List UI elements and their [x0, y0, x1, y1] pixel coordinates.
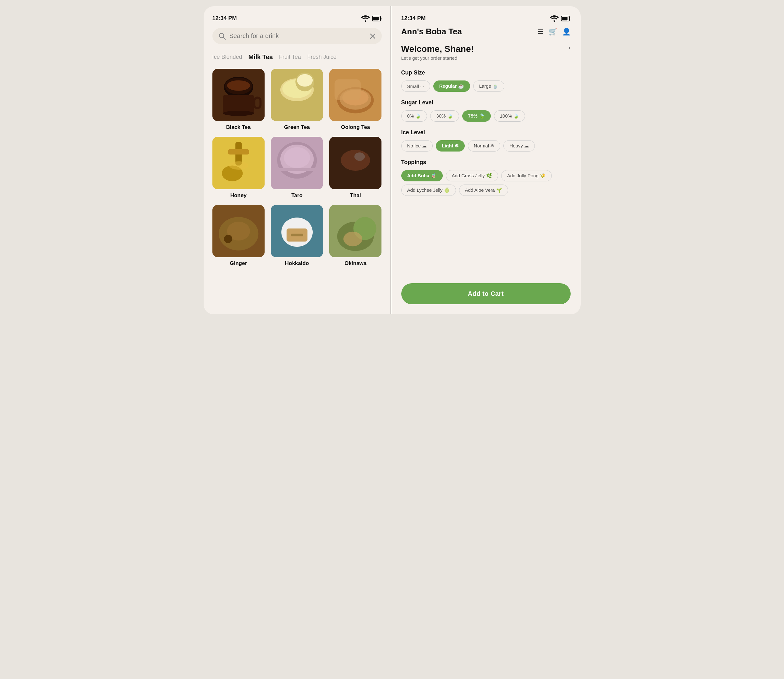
drink-image: [271, 137, 323, 189]
svg-point-53: [344, 232, 362, 246]
drink-name: Oolong Tea: [341, 124, 370, 130]
svg-point-18: [297, 74, 313, 87]
svg-rect-56: [562, 17, 567, 20]
sugar-level-options: 0% 🍃30% 🍃75% 🍃100% 🍃: [401, 110, 571, 122]
drink-name: Okinawa: [344, 260, 366, 267]
svg-rect-23: [335, 79, 361, 100]
close-icon[interactable]: [370, 33, 375, 39]
wifi-icon: [361, 16, 370, 22]
drink-image: [329, 69, 381, 121]
drink-image: [329, 205, 381, 257]
drink-name: Honey: [230, 192, 247, 199]
svg-point-34: [284, 147, 310, 169]
svg-rect-33: [279, 168, 315, 171]
category-tab[interactable]: Fresh Juice: [307, 53, 337, 61]
welcome-text: Welcome, Shane! Let's get your order sta…: [401, 44, 474, 61]
drink-item[interactable]: Green Tea: [271, 69, 323, 130]
svg-point-10: [227, 80, 250, 91]
toppings-label: Toppings: [401, 159, 571, 166]
drink-name: Taro: [291, 192, 303, 199]
wifi-icon-right: [550, 16, 559, 22]
drink-image: [271, 205, 323, 257]
ice-level-option[interactable]: Heavy ☁: [503, 140, 535, 152]
ice-level-option[interactable]: Normal ❄: [468, 140, 501, 152]
svg-point-44: [224, 235, 232, 243]
drink-item[interactable]: Oolong Tea: [329, 69, 381, 130]
svg-point-38: [341, 150, 370, 171]
cart-icon[interactable]: 🛒: [549, 28, 557, 36]
left-panel: 12:34 PM: [204, 6, 391, 314]
topping-option[interactable]: Add Boba 🧋: [401, 170, 443, 181]
right-status-bar: 12:34 PM: [401, 15, 571, 22]
drink-image: [329, 137, 381, 189]
toppings-options: Add Boba 🧋Add Grass Jelly 🌿Add Jolly Pon…: [401, 170, 571, 196]
cup-size-option[interactable]: Regular ☕: [433, 80, 470, 92]
right-status-icons: [550, 16, 571, 22]
svg-line-4: [223, 37, 225, 39]
search-bar[interactable]: [212, 28, 382, 44]
search-icon: [219, 33, 226, 40]
cup-size-option[interactable]: Small ···: [401, 80, 430, 92]
drink-name: Ginger: [230, 260, 247, 267]
welcome-subtext: Let's get your order started: [401, 55, 474, 61]
add-to-cart-button[interactable]: Add to Cart: [401, 283, 571, 304]
left-time: 12:34 PM: [212, 15, 237, 22]
drink-image: [212, 137, 265, 189]
category-tabs: Ice BlendedMilk TeaFruit TeaFresh Juice: [212, 53, 382, 61]
left-status-icons: [361, 16, 382, 22]
topping-option[interactable]: Add Grass Jelly 🌿: [446, 170, 498, 181]
ice-level-option[interactable]: Light ❄: [436, 140, 465, 152]
sugar-level-option[interactable]: 75% 🍃: [462, 110, 491, 122]
ice-level-options: No Ice ☁Light ❄Normal ❄Heavy ☁: [401, 140, 571, 152]
svg-rect-55: [569, 17, 570, 19]
chevron-right-icon[interactable]: ›: [568, 44, 571, 51]
drink-item[interactable]: Thai: [329, 137, 381, 198]
svg-point-29: [229, 161, 248, 170]
app-title: Ann's Boba Tea: [401, 27, 462, 36]
drink-name: Black Tea: [226, 124, 251, 130]
welcome-section: Welcome, Shane! Let's get your order sta…: [401, 44, 571, 61]
drink-item[interactable]: Ginger: [212, 205, 265, 267]
cup-size-option[interactable]: Large 🍵: [473, 80, 504, 92]
battery-icon-right: [561, 16, 571, 22]
drink-image: [212, 205, 265, 257]
search-input[interactable]: [230, 32, 366, 40]
sugar-level-option[interactable]: 30% 🍃: [430, 110, 459, 122]
drink-item[interactable]: Okinawa: [329, 205, 381, 267]
left-status-bar: 12:34 PM: [212, 15, 382, 22]
sugar-level-option[interactable]: 0% 🍃: [401, 110, 427, 122]
topping-option[interactable]: Add Lychee Jelly 🍈: [401, 185, 456, 196]
drink-item[interactable]: Honey: [212, 137, 265, 198]
welcome-heading: Welcome, Shane!: [401, 44, 474, 54]
cup-size-label: Cup Size: [401, 69, 571, 76]
svg-rect-49: [290, 233, 303, 236]
svg-rect-11: [223, 95, 254, 113]
battery-icon: [372, 16, 382, 22]
drink-name: Thai: [350, 192, 361, 199]
topping-option[interactable]: Add Aloe Vera 🌱: [459, 185, 508, 196]
drink-item[interactable]: Hokkaido: [271, 205, 323, 267]
right-time: 12:34 PM: [401, 15, 426, 22]
ice-level-option[interactable]: No Ice ☁: [401, 140, 433, 152]
category-tab[interactable]: Fruit Tea: [279, 53, 301, 61]
drink-name: Green Tea: [284, 124, 310, 130]
sugar-level-option[interactable]: 100% 🍃: [494, 110, 525, 122]
app-container: 12:34 PM: [204, 6, 581, 314]
header-icons: ☰ 🛒 👤: [537, 28, 571, 36]
sugar-level-label: Sugar Level: [401, 99, 571, 106]
profile-icon[interactable]: 👤: [562, 28, 571, 36]
app-header: Ann's Boba Tea ☰ 🛒 👤: [401, 27, 571, 36]
drink-item[interactable]: Taro: [271, 137, 323, 198]
drink-item[interactable]: Black Tea: [212, 69, 265, 130]
right-panel: 12:34 PM Ann's Boba Tea ☰ 🛒 👤: [391, 6, 581, 314]
cup-size-options: Small ···Regular ☕Large 🍵: [401, 80, 571, 92]
topping-option[interactable]: Add Jolly Pong 🌾: [501, 170, 552, 181]
category-tab[interactable]: Milk Tea: [248, 53, 273, 61]
drink-image: [212, 69, 265, 121]
category-tab[interactable]: Ice Blended: [212, 53, 242, 61]
menu-icon[interactable]: ☰: [537, 28, 543, 36]
drink-name: Hokkaido: [285, 260, 309, 267]
svg-point-39: [355, 152, 365, 161]
svg-rect-28: [228, 149, 249, 155]
drink-image: [271, 69, 323, 121]
